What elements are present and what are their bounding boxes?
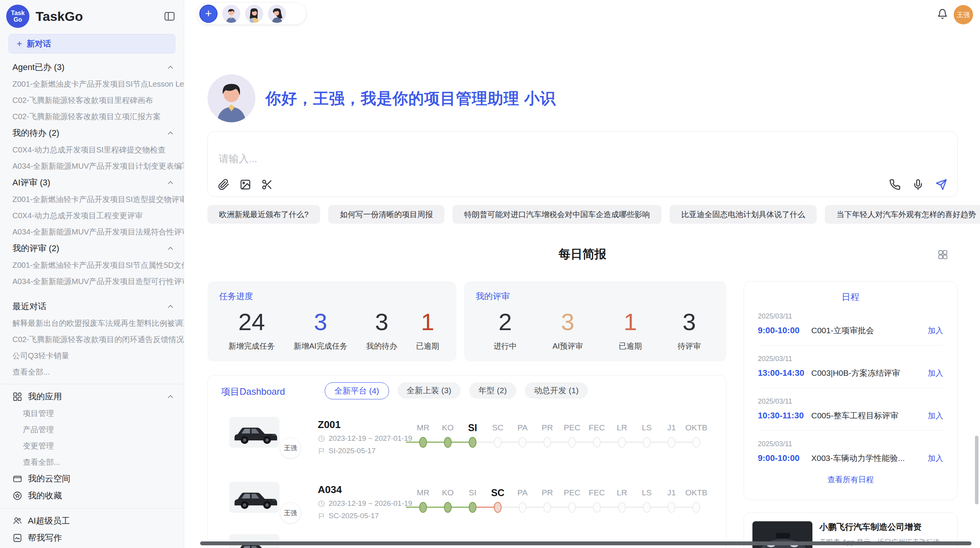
milestone-label: PEC xyxy=(560,422,584,433)
milestone-dot xyxy=(643,502,651,513)
join-link[interactable]: 加入 xyxy=(928,368,943,378)
microphone-icon[interactable] xyxy=(912,179,924,190)
sidebar-collapse-icon[interactable] xyxy=(164,10,175,22)
suggestion-chip-4[interactable]: 比亚迪全固态电池计划具体说了什么 xyxy=(670,205,817,224)
agent-avatar-2[interactable] xyxy=(245,5,263,23)
stat-ai-pre-review: 3AI预评审 xyxy=(552,308,583,351)
section-my-todo[interactable]: 我的待办 (2) xyxy=(0,125,184,142)
view-all-schedule-link[interactable]: 查看所有日程 xyxy=(744,474,957,485)
chat-input[interactable] xyxy=(218,139,947,179)
milestone-dot xyxy=(618,437,626,448)
people-icon xyxy=(12,516,22,526)
section-agent-done[interactable]: Agent已办 (3) xyxy=(0,59,184,76)
sidebar-item-agent-3[interactable]: C02-飞腾新能源轻客改款项目立项汇报方案 xyxy=(0,108,184,125)
schedule-event-4: 2025/03/11 9:00-10:00 X003-车辆动力学性能验... 加… xyxy=(744,431,957,464)
attachment-icon[interactable] xyxy=(218,179,230,190)
suggestion-chip-1[interactable]: 欧洲新规最近颁布了什么? xyxy=(207,205,320,224)
sidebar-item-aireview-1[interactable]: Z001-全新燃油轻卡产品开发项目SI造型提交物评审 xyxy=(0,191,184,207)
milestone-label: SI xyxy=(460,422,485,433)
taskgo-app: Task Go TaskGo + 新对话 Agent已办 (3) Z001-全新… xyxy=(0,0,980,548)
milestone-label: FEC xyxy=(584,422,609,433)
sidebar-item-myreview-2[interactable]: A034-全新新能源MUV产品开发项目造型可行性评审 xyxy=(0,273,184,289)
event-time: 13:00-14:30 xyxy=(758,368,811,378)
sidebar-item-creative-draw[interactable]: 创意制图 xyxy=(0,546,184,548)
chevron-up-icon[interactable] xyxy=(167,180,174,185)
vertical-scrollbar[interactable] xyxy=(975,436,978,504)
sidebar-item-ai-staff[interactable]: AI超级员工 xyxy=(0,512,184,529)
suggestion-chip-2[interactable]: 如何写一份清晰的项目周报 xyxy=(328,205,444,224)
sidebar-item-agent-1[interactable]: Z001-全新燃油皮卡产品开发项目SI节点Lesson Learn报告 xyxy=(0,76,184,92)
join-link[interactable]: 加入 xyxy=(928,453,943,464)
agent-avatar-3[interactable] xyxy=(268,5,286,23)
milestone-dot xyxy=(543,502,551,513)
filter-new-body[interactable]: 全新上装 (3) xyxy=(397,382,461,399)
logo-text-bottom: Go xyxy=(14,16,22,23)
horizontal-scrollbar[interactable] xyxy=(200,541,971,545)
section-my-review[interactable]: 我的评审 (2) xyxy=(0,240,184,257)
sidebar: Task Go TaskGo + 新对话 Agent已办 (3) Z001-全新… xyxy=(0,0,184,548)
filter-powertrain[interactable]: 动总开发 (1) xyxy=(525,382,588,399)
chat-input-card xyxy=(207,131,958,197)
sidebar-item-recent-1[interactable]: 解释最新出台的欧盟报废车法规再生塑料比例被调至15%... xyxy=(0,315,184,331)
flag-icon xyxy=(318,447,325,455)
agent-avatar-1[interactable] xyxy=(222,5,240,23)
chevron-up-icon[interactable] xyxy=(167,246,174,251)
taskgo-logo-icon: Task Go xyxy=(6,5,29,28)
milestone-dot xyxy=(668,502,675,513)
project-row-z001[interactable]: 王强 Z001 2023-12-19 ~ 2027-01-19 SI-2025-… xyxy=(208,414,727,479)
section-recent[interactable]: 最近对话 xyxy=(0,298,184,315)
sidebar-item-aireview-2[interactable]: C0X4-动力总成开发项目工程变更评审 xyxy=(0,207,184,224)
image-upload-icon[interactable] xyxy=(240,179,251,190)
sidebar-item-todo-2[interactable]: A034-全新新能源MUV产品开发项目计划变更表编写 xyxy=(0,158,184,174)
notification-bell-icon[interactable] xyxy=(937,9,948,19)
milestone-label: PR xyxy=(535,422,560,433)
sidebar-item-myreview-1[interactable]: Z001-全新燃油轻卡产品开发项目SI节点属性5D文件评审 xyxy=(0,257,184,273)
apps-view-all[interactable]: 查看全部... xyxy=(0,454,184,470)
sidebar-item-favorites[interactable]: 我的收藏 xyxy=(0,487,184,504)
chevron-up-icon[interactable] xyxy=(167,394,174,399)
project-flag-date: SC-2025-05-17 xyxy=(318,512,379,520)
send-icon[interactable] xyxy=(935,179,947,190)
chevron-up-icon[interactable] xyxy=(167,65,174,70)
recent-view-all[interactable]: 查看全部... xyxy=(0,364,184,380)
favorites-star-icon xyxy=(12,491,22,501)
layout-grid-icon[interactable] xyxy=(937,249,948,260)
scissors-icon[interactable] xyxy=(261,179,273,190)
sidebar-item-recent-2[interactable]: C02-飞腾新能源轻客改款项目的闭环通告反馈情况 xyxy=(0,331,184,348)
section-ai-review[interactable]: AI评审 (3) xyxy=(0,174,184,191)
sidebar-item-agent-2[interactable]: C02-飞腾新能源轻客改款项目里程碑画布 xyxy=(0,92,184,108)
new-chat-button[interactable]: + 新对话 xyxy=(9,34,175,53)
filter-all-platform[interactable]: 全新平台 (4) xyxy=(325,382,389,399)
milestone-dot xyxy=(469,437,476,448)
chevron-up-icon[interactable] xyxy=(167,304,174,309)
task-progress-card: 任务进度 24新增完成任务 3新增AI完成任务 3我的待办 1已逾期 xyxy=(207,281,456,361)
suggestion-chip-5[interactable]: 当下年轻人对汽车外观有怎样的喜好趋势 xyxy=(825,205,980,224)
sidebar-item-aireview-3[interactable]: A034-全新新能源MUV产品开发项目法规符合性评审 xyxy=(0,224,184,240)
project-row-next[interactable] xyxy=(208,531,727,548)
project-truck-image xyxy=(229,534,279,548)
app-item-change-mgmt[interactable]: 变更管理 xyxy=(0,438,184,454)
milestone-dot xyxy=(618,502,626,513)
apps-grid-icon xyxy=(12,392,22,402)
app-item-project-mgmt[interactable]: 项目管理 xyxy=(0,405,184,421)
user-avatar[interactable]: 王强 xyxy=(954,5,973,24)
milestone-dot xyxy=(419,437,427,448)
filter-year-model[interactable]: 年型 (2) xyxy=(469,382,516,399)
join-link[interactable]: 加入 xyxy=(928,411,943,421)
milestone-label: SI xyxy=(460,487,485,498)
phone-call-icon[interactable] xyxy=(889,179,901,190)
milestone-label: LR xyxy=(610,422,634,433)
suggestion-chip-3[interactable]: 特朗普可能对进口汽车增税会对中国车企造成哪些影响 xyxy=(452,205,661,224)
chevron-up-icon[interactable] xyxy=(167,131,174,135)
milestone-chain: MR KO SI SC PA PR PEC FEC LR LS J1 OKTB xyxy=(406,414,716,476)
stat-my-todo: 3我的待办 xyxy=(366,308,397,351)
app-item-product-mgmt[interactable]: 产品管理 xyxy=(0,421,184,438)
sidebar-item-my-apps[interactable]: 我的应用 xyxy=(0,388,184,405)
sidebar-item-help-write[interactable]: 帮我写作 xyxy=(0,529,184,546)
sidebar-item-recent-3[interactable]: 公司Q3轻卡销量 xyxy=(0,348,184,364)
add-agent-button[interactable]: + xyxy=(199,5,218,23)
join-link[interactable]: 加入 xyxy=(928,325,943,336)
sidebar-item-todo-1[interactable]: C0X4-动力总成开发项目SI里程碑提交物检查 xyxy=(0,142,184,158)
sidebar-item-cloud-space[interactable]: 我的云空间 xyxy=(0,470,184,487)
cloud-space-label: 我的云空间 xyxy=(28,473,70,485)
